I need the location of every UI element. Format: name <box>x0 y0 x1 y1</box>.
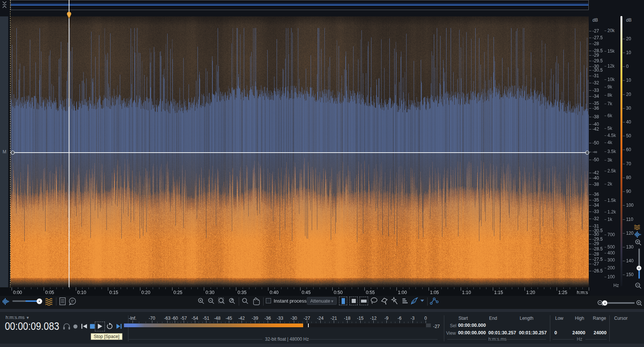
magnifier-icon[interactable] <box>243 298 248 304</box>
zoom-out-vertical-icon[interactable] <box>635 282 642 290</box>
monitor-icon[interactable] <box>63 324 70 330</box>
time-format-dropdown[interactable]: h:m:s.ms ▼ <box>6 315 29 320</box>
ruler-label: 0:00 <box>13 290 22 295</box>
process-mode-dropdown[interactable]: Attenuate ▼ <box>307 297 337 305</box>
ruler-tick <box>197 287 198 289</box>
meter-minor-tick <box>329 322 330 323</box>
ruler-tick <box>582 287 583 289</box>
legend-db-label: 150 <box>626 272 634 277</box>
ruler-tick <box>204 287 204 291</box>
amplitude-db-label: -27 <box>592 262 599 266</box>
amplitude-db-tick <box>589 194 591 195</box>
legend-db-tick <box>623 66 625 67</box>
hand-tool-icon[interactable] <box>253 298 259 305</box>
meter-minor-tick <box>369 322 369 323</box>
play-selection-button[interactable] <box>116 324 122 329</box>
meter-minor-tick <box>251 322 251 323</box>
meter-scale-label: -51 <box>203 316 209 321</box>
high-value[interactable]: 24000 <box>572 331 585 335</box>
meter-tick <box>320 321 321 323</box>
stop-button[interactable] <box>90 324 95 329</box>
horizontal-zoom-slider-track[interactable] <box>607 302 635 304</box>
playhead-pin-icon[interactable] <box>66 11 72 19</box>
meter-minor-tick <box>272 322 272 323</box>
spectrogram-settings-icon[interactable] <box>45 297 54 306</box>
time-ruler[interactable]: 0:000:050:100:150:200:250:300:350:400:45… <box>0 287 590 296</box>
ruler-tick <box>493 287 493 291</box>
ruler-tick <box>486 287 486 289</box>
view-end-value[interactable]: 00:01:30.257 <box>488 331 516 335</box>
lasso-tool-icon[interactable] <box>371 298 377 304</box>
go-to-start-button[interactable] <box>81 324 87 329</box>
header-end: End <box>489 316 497 321</box>
meter-tick <box>347 321 348 323</box>
ruler-label: 0:25 <box>174 290 183 295</box>
range-value[interactable]: 24000 <box>594 331 607 335</box>
instant-process-checkbox[interactable] <box>266 298 271 303</box>
horizontal-zoom-slider-thumb-dot <box>604 303 606 304</box>
record-button[interactable] <box>74 325 78 329</box>
legend-db-label: 90 <box>626 189 631 194</box>
level-meter-clip-cell <box>426 323 431 327</box>
ruler-tick <box>352 287 352 289</box>
frequency-label: 9k <box>607 85 612 89</box>
frequency-label: 12k <box>607 64 615 68</box>
amplitude-db-label: -34 <box>592 203 599 207</box>
frequency-tick <box>604 128 606 129</box>
comment-icon[interactable] <box>68 297 77 306</box>
meter-tick <box>307 321 307 323</box>
amplitude-db-label: dB <box>592 18 598 22</box>
amplitude-db-tick <box>589 83 591 83</box>
meter-scale-label: -Inf. <box>129 316 137 321</box>
gain-line-left-handle[interactable] <box>10 150 15 155</box>
magic-wand-tool-icon[interactable] <box>392 297 397 304</box>
waveform-display-icon[interactable] <box>634 225 641 230</box>
ruler-label: 0:35 <box>237 290 246 295</box>
playhead-line[interactable] <box>69 0 69 287</box>
frequency-tick <box>604 143 606 143</box>
frequency-label: 15k <box>607 49 615 53</box>
zoom-in-vertical-icon[interactable] <box>635 239 642 246</box>
zoom-out-icon[interactable] <box>209 298 214 304</box>
zoom-in-horizontal-icon[interactable] <box>635 299 643 307</box>
frequency-label: 5k <box>607 126 612 131</box>
layers-icon[interactable] <box>402 298 408 303</box>
legend-db-tick <box>623 39 625 39</box>
ruler-label: 0:40 <box>270 290 279 295</box>
waveform-zoom-icon[interactable] <box>2 297 11 306</box>
zoom-selection-icon[interactable] <box>218 298 224 304</box>
amplitude-db-tick <box>589 31 591 31</box>
node-edit-icon[interactable] <box>430 298 438 304</box>
amplitude-db-label: -27.5 <box>592 35 603 40</box>
gain-line-right-handle[interactable] <box>585 150 590 155</box>
view-length-value[interactable]: 00:01:30.257 <box>519 331 547 335</box>
meter-tick <box>360 321 361 323</box>
collapse-expand-icon[interactable] <box>1 0 9 9</box>
vertical-zoom-slider-track[interactable] <box>638 248 640 267</box>
frequency-tick <box>604 160 606 160</box>
spectrogram-display-icon[interactable] <box>635 231 641 238</box>
meter-tick <box>399 321 400 323</box>
frequency-selection-icon <box>361 300 367 303</box>
low-value[interactable]: 0 <box>554 331 557 335</box>
frequency-tick <box>604 87 606 87</box>
meter-minor-tick <box>421 322 421 323</box>
document-settings-icon[interactable] <box>59 297 67 306</box>
time-display[interactable]: 00:00:09.083 <box>5 320 59 332</box>
amplitude-db-label: -35 <box>592 101 599 106</box>
loop-button[interactable] <box>107 323 112 329</box>
spectrogram-color-legend <box>620 16 622 286</box>
feather-dropdown-icon[interactable] <box>420 300 424 302</box>
brush-tool-icon[interactable] <box>382 298 387 304</box>
gain-line[interactable] <box>10 152 589 153</box>
feather-icon[interactable] <box>411 298 417 304</box>
zoom-in-icon[interactable] <box>199 298 204 304</box>
view-start-value[interactable]: 00:00:00.000 <box>458 331 486 335</box>
meter-scale-label: -54 <box>192 316 198 321</box>
ruler-tick <box>518 287 519 289</box>
zoom-back-icon[interactable] <box>230 298 235 304</box>
display-blend-slider-track[interactable] <box>12 300 27 302</box>
play-button[interactable] <box>98 324 102 329</box>
sel-start-value[interactable]: 00:00:00.000 <box>458 323 486 328</box>
meter-tick <box>426 321 426 323</box>
